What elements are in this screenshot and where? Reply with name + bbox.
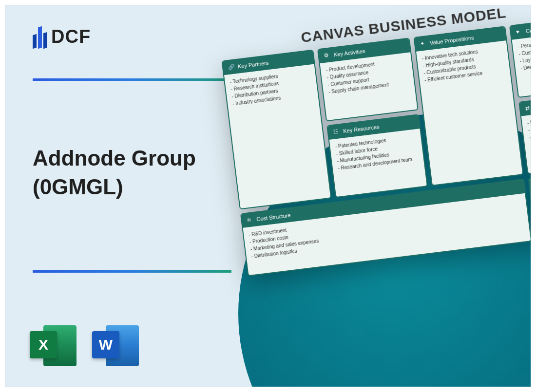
brand-logo: DCF [33,25,91,48]
file-format-badges: X W [30,322,139,369]
block-label: Customer Relationships [525,21,531,34]
channels-icon: ⇄ [525,105,531,112]
block-label: Value Propositions [429,35,474,46]
block-label: Key Partners [237,60,269,70]
title-line-2: (0GMGL) [33,172,196,201]
excel-letter: X [30,331,57,358]
page-title: Addnode Group (0GMGL) [33,144,196,202]
value-icon: ✦ [420,40,427,48]
block-label: Cost Structure [256,212,291,222]
block-label: Key Resources [343,124,380,134]
word-icon: W [92,322,139,369]
brand-name: DCF [51,26,91,47]
activities-icon: ⚙ [324,52,331,59]
title-line-1: Addnode Group [33,144,196,172]
resources-icon: ☷ [333,128,341,136]
relationships-icon: ♥ [516,28,523,36]
excel-icon: X [30,322,77,369]
cost-icon: ≋ [247,216,254,224]
block-value-propositions: ✦Value Propositions Innovative tech solu… [413,26,524,186]
promo-card: DCF Addnode Group (0GMGL) X W CANVAS BUS… [5,5,531,387]
word-letter: W [92,331,119,358]
block-key-activities: ⚙Key Activities Product developmentQuali… [317,37,418,121]
partners-icon: 🔗 [228,63,235,71]
divider-bottom [33,270,231,273]
block-key-partners: 🔗Key Partners Technology suppliersResear… [221,49,332,209]
block-key-resources: ☷Key Resources Patented technologiesSkil… [327,114,428,198]
logo-mark-icon [33,25,47,48]
block-label: Key Activities [333,48,365,58]
divider-top [33,78,231,81]
canvas-preview: CANVAS BUSINESS MODEL 🔗Key Partners Tech… [219,5,531,276]
canvas-grid: 🔗Key Partners Technology suppliersResear… [221,16,531,276]
